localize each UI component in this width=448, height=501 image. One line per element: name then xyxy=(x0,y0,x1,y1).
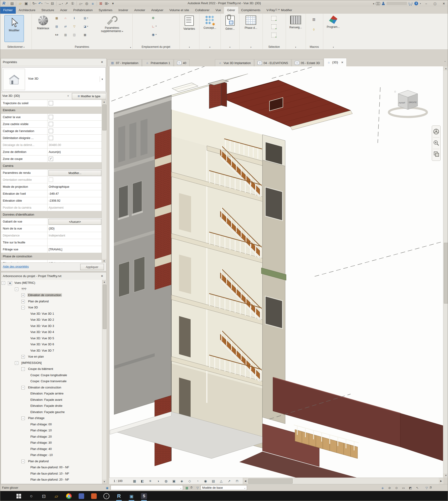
tree-item-label[interactable]: ??? xyxy=(21,287,27,291)
tree-item[interactable]: Plan de faux-plafond: 20 - NF xyxy=(1,477,102,483)
view-tab-40[interactable]: ▤40 xyxy=(174,59,190,66)
panel-schedule-icon[interactable]: ▦ xyxy=(83,33,87,37)
tree-item[interactable]: Elévation: Façade droite xyxy=(1,403,102,409)
viewcube[interactable]: AVANT DROITE ⌂ xyxy=(389,90,427,117)
ribbon-panel-toggle-icon[interactable]: ⊡ xyxy=(275,8,277,11)
properties-scroll-thumb[interactable] xyxy=(102,104,106,130)
phases-button[interactable]: Phase d... xyxy=(242,15,259,30)
scroll-up-icon[interactable]: ▲ xyxy=(443,66,448,70)
select-links-icon[interactable]: ⊘ xyxy=(387,486,392,490)
panel-flyout-phases[interactable]: ▾ xyxy=(239,45,262,49)
viewcube-right-label[interactable]: DROITE xyxy=(409,101,417,103)
close-button[interactable]: ✕ xyxy=(440,1,447,6)
properties-close-icon[interactable]: ✕ xyxy=(100,58,104,66)
property-value[interactable]: Aucun(e) xyxy=(49,150,61,154)
store-cart-icon[interactable] xyxy=(409,2,413,5)
worksets-icon[interactable]: ◉ xyxy=(105,486,109,490)
edit-selection-icon[interactable] xyxy=(271,33,276,37)
reveal-constraints-icon[interactable]: ⊓ xyxy=(234,479,240,484)
tree-item-label[interactable]: Vue 3D: Vue 3D 1 xyxy=(30,312,55,315)
panel-flyout-renseignements[interactable]: ▾ xyxy=(286,45,306,49)
expand-icon[interactable]: + xyxy=(21,355,25,359)
file-explorer-button[interactable]: ▱ xyxy=(51,491,62,501)
reveal-hidden-elements-icon[interactable]: ◉ xyxy=(202,479,208,484)
tree-item-label[interactable]: Elévation de construction xyxy=(27,293,62,297)
viewcube-home-icon[interactable]: ⌂ xyxy=(394,90,396,93)
locked-3d-view-icon[interactable]: ◇ xyxy=(187,479,193,484)
tree-item-label[interactable]: Vue en plan xyxy=(27,355,45,358)
macro-security-icon[interactable]: ◊ xyxy=(312,27,316,32)
tree-item[interactable]: Coupe: Coupe transversale xyxy=(1,378,102,384)
property-value[interactable]: 30480.00 xyxy=(49,143,61,147)
rendering-dialog-icon[interactable]: ◍ xyxy=(163,479,169,484)
tree-item-label[interactable]: Elévation: Façade avant xyxy=(30,398,63,401)
view-tab-pr-sentation-1[interactable]: ⌂Présentation 1 xyxy=(142,59,174,66)
property-value[interactable]: {3D} xyxy=(49,227,54,230)
properties-scrollbar[interactable]: ▲ ▼ xyxy=(102,100,106,263)
ribbon-tab-collaborer[interactable]: Collaborer xyxy=(192,7,212,14)
project-units-icon[interactable]: 0.0 xyxy=(55,33,59,37)
chrome-button[interactable] xyxy=(64,491,74,501)
property-checkbox[interactable] xyxy=(49,115,53,119)
macro-manager-icon[interactable]: ▥ xyxy=(312,17,316,21)
modify-button[interactable]: Modifier xyxy=(4,15,24,42)
tree-item-label[interactable]: Plan d'étage: 30 xyxy=(30,441,52,444)
tree-item-label[interactable]: Plan d'étage: 10 xyxy=(30,429,52,432)
properties-help-link[interactable]: Aide des propriétés xyxy=(3,265,29,268)
tree-item-label[interactable]: Plan d'étage: -10 xyxy=(30,453,53,457)
filter-icon[interactable]: ▽ xyxy=(425,486,429,490)
property-checkbox[interactable] xyxy=(49,101,53,105)
tree-item-label[interactable]: [IMPRESSION] xyxy=(21,361,42,365)
tree-item[interactable]: +Vue en plan xyxy=(1,354,102,360)
scroll-up-icon[interactable]: ▲ xyxy=(102,100,106,104)
families-icon[interactable]: ▦ xyxy=(185,486,189,490)
collapse-icon[interactable]: − xyxy=(15,287,18,291)
analytical-model-icon[interactable]: △ xyxy=(218,479,224,484)
tree-item[interactable]: Plan d'étage: 00 xyxy=(1,421,102,428)
crop-region-icon[interactable]: ◈ xyxy=(179,479,185,484)
property-value[interactable]: -349.47 xyxy=(49,192,59,195)
tree-item[interactable]: Plan d'étage: 30 xyxy=(1,440,102,446)
front-facade[interactable] xyxy=(114,95,171,415)
start-button[interactable] xyxy=(14,491,24,501)
tree-item[interactable]: Vue 3D: Vue 3D 5 xyxy=(1,335,102,342)
tree-item[interactable]: Plan d'étage: 10 xyxy=(1,427,102,434)
expand-icon[interactable]: + xyxy=(21,294,25,297)
dynamo-button[interactable]: Program... xyxy=(325,15,342,29)
ribbon-tab-volume-et-site[interactable]: Volume et site xyxy=(166,7,192,14)
project-information-icon[interactable]: ℹ xyxy=(72,16,76,20)
tree-item[interactable]: Plan de faux-plafond: 00 - NF xyxy=(1,464,102,471)
project-browser-scrollbar[interactable]: ▲ ▼ xyxy=(102,280,106,484)
zoom-icon[interactable] xyxy=(434,141,439,146)
scale-button[interactable]: 1 : 100 xyxy=(111,479,125,484)
drag-on-selection-icon[interactable]: ↖ xyxy=(415,486,419,490)
design-option-combobox[interactable]: Modèle de base xyxy=(201,485,247,490)
tree-item[interactable]: Vue 3D: Vue 3D 7 xyxy=(1,348,102,354)
tree-item-label[interactable]: Elévation: Façade arrière xyxy=(30,392,64,395)
tree-item-label[interactable]: Elévation: Façade droite xyxy=(30,404,63,407)
property-value[interactable]: Orthographique xyxy=(49,185,69,188)
search-button[interactable]: ○ xyxy=(26,491,36,501)
design-options-status-icon[interactable]: ▽ xyxy=(195,486,200,490)
close-view-icon[interactable]: ✕ xyxy=(341,61,343,64)
temporary-view-properties-icon[interactable]: ▤ xyxy=(210,479,216,484)
panel-flyout-gerer-liens[interactable]: ▾ xyxy=(221,45,239,49)
collapse-chevron-icon[interactable]: ◂ xyxy=(373,2,374,5)
ribbon-tab-analyser[interactable]: Analyser xyxy=(148,7,166,14)
info-app-button[interactable]: i xyxy=(101,491,112,501)
tree-item[interactable]: −Plan d'étage xyxy=(1,415,102,421)
coordinates-icon[interactable]: ∟▾ xyxy=(151,24,157,28)
design-options-button[interactable]: Variantes xyxy=(181,15,198,30)
type-selector-dropdown-icon[interactable]: ▼ xyxy=(100,76,105,82)
tree-item-label[interactable]: Vue 3D: Vue 3D 5 xyxy=(30,336,55,340)
view-tab-vue-3d-implantation[interactable]: ⌂Vue 3D Implantation xyxy=(215,59,254,66)
collapse-icon[interactable]: − xyxy=(21,306,25,309)
tree-item-label[interactable]: Coupe: Coupe transversale xyxy=(30,379,67,383)
detail-level-icon[interactable]: ▦ xyxy=(131,479,138,484)
displacement-sets-icon[interactable]: ↗ xyxy=(226,479,232,484)
ribbon-tab-syst-mes[interactable]: Systèmes xyxy=(96,7,115,14)
search-icon[interactable] xyxy=(376,2,380,5)
apply-button[interactable]: Appliquer xyxy=(80,264,104,270)
property-checkbox[interactable] xyxy=(49,129,53,133)
tree-item-label[interactable]: Vues (METRIC) xyxy=(14,281,36,284)
